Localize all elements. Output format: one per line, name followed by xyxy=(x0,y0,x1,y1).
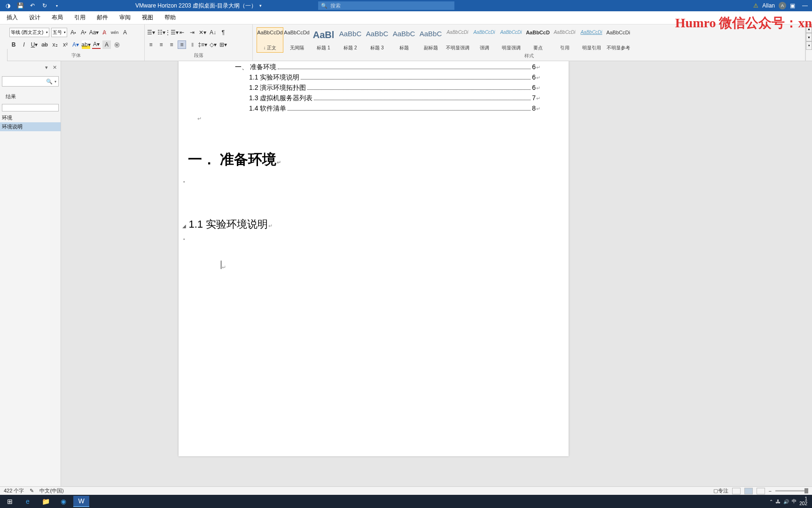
style-item-0[interactable]: AaBbCcDd↓ 正文 xyxy=(257,27,283,53)
char-shading-icon[interactable]: A xyxy=(102,40,111,49)
align-justify-icon[interactable]: ≡ xyxy=(178,40,186,49)
numbering-icon[interactable]: ☷▾ xyxy=(157,28,165,37)
highlight-icon[interactable]: ab▾ xyxy=(82,40,90,49)
phonetic-icon[interactable]: wén xyxy=(110,28,119,37)
taskbar-explorer-icon[interactable]: 📁 xyxy=(38,496,54,507)
tray-ime[interactable]: 中 xyxy=(792,498,796,505)
view-web-icon[interactable] xyxy=(757,488,765,494)
increase-indent-icon[interactable]: ⇥ xyxy=(188,28,196,37)
search-box[interactable]: 🔍 搜索 xyxy=(318,1,454,10)
toc-line-4[interactable]: 1.4 软件清单8↵ xyxy=(249,104,540,113)
tab-references[interactable]: 引用 xyxy=(74,14,86,22)
nav-close-icon[interactable]: ✕ xyxy=(53,64,57,71)
tray-volume-icon[interactable]: 🔊 xyxy=(783,499,789,504)
tab-insert[interactable]: 插入 xyxy=(7,14,18,22)
style-item-11[interactable]: AaBbCcDi引用 xyxy=(551,27,578,53)
taskbar-word-icon[interactable]: W xyxy=(73,496,89,507)
line-spacing-icon[interactable]: ‡≡▾ xyxy=(198,40,207,49)
align-left-icon[interactable]: ≡ xyxy=(147,40,155,49)
subscript-icon[interactable]: x₂ xyxy=(51,40,59,49)
tab-layout[interactable]: 布局 xyxy=(52,14,63,22)
borders-icon[interactable]: ⊞▾ xyxy=(219,40,227,49)
view-print-icon[interactable] xyxy=(744,488,753,494)
tab-review[interactable]: 审阅 xyxy=(119,14,131,22)
focus-mode[interactable]: ▢专注 xyxy=(713,487,728,494)
start-button[interactable]: ⊞ xyxy=(2,496,18,507)
document-page[interactable]: 一、 准备环境6↵1.1 实验环境说明6↵1.2 演示环境拓扑图6↵1.3 虚拟… xyxy=(179,61,569,456)
redo-icon[interactable]: ↻ xyxy=(40,2,49,9)
font-color-icon[interactable]: A▾ xyxy=(92,40,101,49)
save-icon[interactable]: 💾 xyxy=(16,2,24,9)
nav-search-input[interactable]: 🔍 ▾ xyxy=(2,76,59,87)
zoom-slider[interactable] xyxy=(775,490,808,492)
warning-icon[interactable]: ⚠ xyxy=(753,2,758,9)
toc-line-1[interactable]: 1.1 实验环境说明6↵ xyxy=(249,73,540,82)
style-item-12[interactable]: AaBbCcDi明显引用 xyxy=(578,27,605,53)
shrink-font-icon[interactable]: A▾ xyxy=(79,28,88,37)
toc-line-0[interactable]: 一、 准备环境6↵ xyxy=(235,63,540,71)
asian-layout-icon[interactable]: ✕▾ xyxy=(198,28,207,37)
style-scroll-down[interactable]: ▼ xyxy=(806,33,812,41)
ribbon-options-icon[interactable]: ▣ xyxy=(790,2,795,9)
bold-icon[interactable]: B xyxy=(9,40,18,49)
nav-options-icon[interactable]: ▾ xyxy=(45,64,48,71)
taskbar-ie-icon[interactable]: e xyxy=(20,496,36,507)
char-border-icon[interactable]: A xyxy=(121,28,129,37)
tray-network-icon[interactable]: 🖧 xyxy=(776,499,781,504)
font-size-selector[interactable]: 五号▾ xyxy=(51,28,67,37)
clear-format-icon[interactable]: A̷ xyxy=(100,28,109,37)
style-expand[interactable]: ▾ xyxy=(806,41,812,50)
zoom-out-icon[interactable]: − xyxy=(769,488,772,494)
style-item-4[interactable]: AaBbC标题 3 xyxy=(364,27,390,53)
decrease-indent-icon[interactable]: ⇤ xyxy=(178,28,186,37)
style-item-10[interactable]: AaBbCcD要点 xyxy=(524,27,551,53)
sort-icon[interactable]: A↓ xyxy=(209,28,217,37)
style-item-8[interactable]: AaBbCcDi强调 xyxy=(471,27,498,53)
underline-icon[interactable]: U▾ xyxy=(30,40,39,49)
word-count[interactable]: 422 个字 xyxy=(4,487,24,494)
style-item-13[interactable]: AaBbCcDi不明显参考 xyxy=(605,27,632,53)
strikethrough-icon[interactable]: ab xyxy=(40,40,49,49)
tab-mail[interactable]: 邮件 xyxy=(97,14,108,22)
font-name-selector[interactable]: 等线 (西文正文)▾ xyxy=(9,28,49,37)
show-marks-icon[interactable]: ¶ xyxy=(219,28,227,37)
undo-icon[interactable]: ↶ xyxy=(28,2,37,9)
tray-date[interactable]: 202 xyxy=(799,501,807,506)
user-name[interactable]: Allan xyxy=(762,2,775,9)
grow-font-icon[interactable]: A▴ xyxy=(69,28,78,37)
toc-line-3[interactable]: 1.3 虚拟机服务器列表7↵ xyxy=(249,94,540,103)
style-item-7[interactable]: AaBbCcDi不明显强调 xyxy=(444,27,471,53)
style-item-3[interactable]: AaBbC标题 2 xyxy=(337,27,364,53)
text-effects-icon[interactable]: A▾ xyxy=(71,40,80,49)
language-status[interactable]: 中文(中国) xyxy=(39,487,63,494)
multilevel-icon[interactable]: ⋮☰▾ xyxy=(167,28,176,37)
style-item-6[interactable]: AaBbC副标题 xyxy=(417,27,444,53)
style-item-1[interactable]: AaBbCcDd无间隔 xyxy=(283,27,310,53)
enclose-char-icon[interactable]: ㊙ xyxy=(113,40,121,49)
tab-view[interactable]: 视图 xyxy=(142,14,153,22)
avatar[interactable]: A xyxy=(779,2,786,9)
shading-icon[interactable]: ◇▾ xyxy=(209,40,217,49)
align-right-icon[interactable]: ≡ xyxy=(167,40,176,49)
style-item-5[interactable]: AaBbC标题 xyxy=(390,27,417,53)
minimize-button[interactable]: — xyxy=(802,2,808,9)
nav-input-box[interactable] xyxy=(2,104,59,111)
tray-expand-icon[interactable]: ⌃ xyxy=(769,499,773,504)
superscript-icon[interactable]: x² xyxy=(61,40,70,49)
taskbar-edge-icon[interactable]: ◉ xyxy=(55,496,71,507)
autosave-icon[interactable]: ◑ xyxy=(4,2,12,9)
tab-design[interactable]: 设计 xyxy=(29,14,40,22)
bullets-icon[interactable]: ☰▾ xyxy=(147,28,155,37)
style-item-2[interactable]: AaBl标题 1 xyxy=(310,27,337,53)
proofing-icon[interactable]: ✎ xyxy=(30,488,34,494)
qat-more-icon[interactable]: ▾ xyxy=(53,4,61,8)
tab-help[interactable]: 帮助 xyxy=(164,14,176,22)
title-dropdown-icon[interactable]: ▾ xyxy=(259,3,262,8)
distribute-icon[interactable]: ⫴ xyxy=(188,40,196,49)
toc-line-2[interactable]: 1.2 演示环境拓扑图6↵ xyxy=(249,84,540,92)
align-center-icon[interactable]: ≡ xyxy=(157,40,165,49)
view-read-icon[interactable] xyxy=(732,488,741,494)
italic-icon[interactable]: I xyxy=(20,40,28,49)
style-item-9[interactable]: AaBbCcDi明显强调 xyxy=(498,27,524,53)
nav-item-1[interactable]: 环境说明 xyxy=(0,122,61,131)
